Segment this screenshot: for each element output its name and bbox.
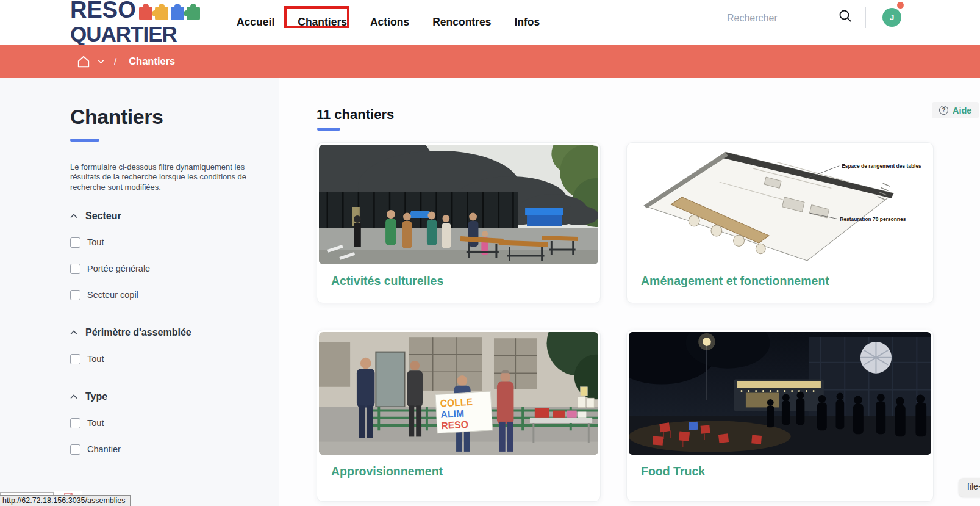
home-icon[interactable] xyxy=(77,55,90,68)
poster-text-line1: COLLE xyxy=(440,396,473,408)
assembly-card-amenagement[interactable]: Espace de rangement des tables Restaurat… xyxy=(626,142,934,303)
filter-section-secteur-toggle[interactable]: Secteur xyxy=(70,211,279,222)
sidebar-title: Chantiers xyxy=(70,105,279,129)
question-circle-icon: ? xyxy=(939,106,948,115)
card-title[interactable]: Approvisionnement xyxy=(319,455,598,479)
brand-logo[interactable]: RESO QUARTIER xyxy=(70,0,198,45)
filter-option-row: Tout xyxy=(70,237,279,248)
filter-section-perimetre-toggle[interactable]: Périmètre d'assemblée xyxy=(70,327,279,338)
breadcrumb-current[interactable]: Chantiers xyxy=(129,56,175,67)
filter-option-label: Tout xyxy=(87,354,104,364)
file-tooltip: file- xyxy=(959,478,980,497)
filter-section-label: Type xyxy=(85,391,107,402)
card-photo-night-food-truck xyxy=(629,332,931,455)
poster-text-line3: RESO xyxy=(441,418,468,431)
search-input[interactable] xyxy=(726,10,831,27)
chevron-up-icon xyxy=(70,394,77,399)
brand-logo-text-line2: QUARTIER xyxy=(70,22,198,45)
filter-section-secteur: Secteur Tout Portée générale Secteur cop… xyxy=(70,211,279,300)
help-button[interactable]: ? Aide xyxy=(932,102,979,118)
help-label: Aide xyxy=(953,106,971,115)
filters-sidebar: Chantiers Le formulaire ci-dessous filtr… xyxy=(0,78,279,506)
card-title[interactable]: Food Truck xyxy=(629,455,931,479)
checkbox-secteur-tout[interactable] xyxy=(70,237,80,248)
puzzle-pieces-icon xyxy=(138,1,201,23)
nav-item-actions[interactable]: Actions xyxy=(370,16,409,29)
filter-option-row: Chantier xyxy=(70,444,279,455)
top-header: RESO QUARTIER Accueil Chantiers xyxy=(0,0,980,45)
assembly-card-food-truck[interactable]: Food Truck xyxy=(626,330,934,502)
nav-item-chantiers[interactable]: Chantiers xyxy=(298,16,347,29)
user-initial: J xyxy=(890,13,894,22)
chevron-up-icon xyxy=(70,214,77,219)
poster-text-line2: ALIM xyxy=(440,407,464,419)
filter-section-perimetre: Périmètre d'assemblée Tout xyxy=(70,327,279,364)
card-title[interactable]: Activités culturelles xyxy=(319,264,598,288)
chevron-down-icon[interactable] xyxy=(98,59,104,64)
filter-option-row: Portée générale xyxy=(70,264,279,274)
filter-option-row: Tout xyxy=(70,418,279,428)
results-count-heading: 11 chantiers xyxy=(317,107,394,123)
nav-item-accueil[interactable]: Accueil xyxy=(237,16,274,29)
nav-item-infos[interactable]: Infos xyxy=(514,16,540,29)
main-navigation: Accueil Chantiers Actions Rencontres Inf… xyxy=(237,0,540,45)
filter-option-label: Tout xyxy=(87,418,104,428)
breadcrumb-separator: / xyxy=(114,56,116,67)
results-heading-underline xyxy=(317,128,340,131)
header-divider xyxy=(865,7,866,28)
card-image-architectural-plan: Espace de rangement des tables Restaurat… xyxy=(629,145,931,264)
filter-option-label: Portée générale xyxy=(87,264,150,273)
brand-logo-text-line1: RESO xyxy=(70,0,136,23)
card-title[interactable]: Aménagement et fonctionnement xyxy=(629,264,931,288)
filter-section-label: Secteur xyxy=(85,211,121,222)
search-icon[interactable] xyxy=(838,9,853,26)
checkbox-type-tout[interactable] xyxy=(70,418,80,428)
breadcrumb: / Chantiers xyxy=(0,45,980,78)
sidebar-title-underline xyxy=(70,139,99,142)
filter-section-type: Type Tout Chantier xyxy=(70,391,279,455)
card-photo-outdoor-event xyxy=(319,145,598,264)
notification-dot xyxy=(897,2,904,9)
plan-label-storage: Espace de rangement des tables xyxy=(842,163,921,169)
card-photo-food-collection: COLLE ALIM RESO xyxy=(319,332,598,455)
status-bar-url: http://62.72.18.156:3035/assemblies xyxy=(0,495,131,506)
filter-section-label: Périmètre d'assemblée xyxy=(85,327,191,338)
page: RESO QUARTIER Accueil Chantiers xyxy=(0,0,980,506)
user-avatar[interactable]: J xyxy=(882,8,901,27)
filters-description: Le formulaire ci-dessous filtre dynamiqu… xyxy=(70,162,248,192)
nav-item-rencontres[interactable]: Rencontres xyxy=(432,16,491,29)
plan-label-restauration: Restauration 70 personnes xyxy=(840,215,906,222)
filter-option-row: Secteur copil xyxy=(70,290,279,300)
chevron-up-icon xyxy=(70,330,77,335)
assembly-card-activites-culturelles[interactable]: Activités culturelles xyxy=(317,142,601,303)
filter-option-label: Chantier xyxy=(87,444,121,454)
assembly-card-approvisionnement[interactable]: COLLE ALIM RESO Approvisionnement xyxy=(317,330,601,502)
filter-option-row: Tout xyxy=(70,354,279,364)
checkbox-type-chantier[interactable] xyxy=(70,444,80,455)
checkbox-portee-generale[interactable] xyxy=(70,264,80,274)
filter-option-label: Tout xyxy=(87,237,104,247)
filter-section-type-toggle[interactable]: Type xyxy=(70,391,279,402)
filter-option-label: Secteur copil xyxy=(87,290,138,300)
checkbox-secteur-copil[interactable] xyxy=(70,290,80,300)
checkbox-perimetre-tout[interactable] xyxy=(70,354,80,364)
